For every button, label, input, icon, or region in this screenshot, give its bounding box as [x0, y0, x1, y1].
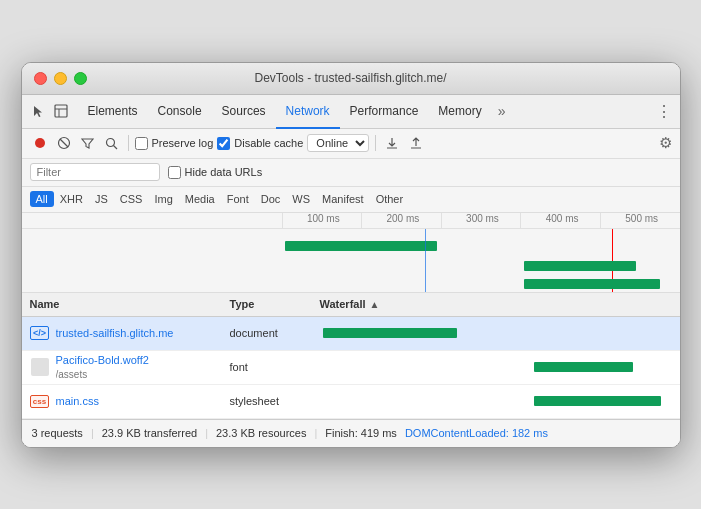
timeline-bars — [282, 229, 680, 293]
svg-line-7 — [114, 145, 118, 149]
type-btn-media[interactable]: Media — [179, 191, 221, 207]
window-title: DevTools - trusted-sailfish.glitch.me/ — [254, 71, 446, 85]
type-btn-doc[interactable]: Doc — [255, 191, 287, 207]
close-button[interactable] — [34, 72, 47, 85]
row-waterfall-1 — [320, 317, 672, 350]
toolbar-separator-1 — [128, 135, 129, 151]
throttle-select[interactable]: Online — [307, 134, 369, 152]
wf-bar-1 — [323, 328, 457, 338]
filter-toggle-button[interactable] — [78, 133, 98, 153]
table-row[interactable]: Pacifico-Bold.woff2 /assets font — [22, 351, 680, 385]
type-btn-font[interactable]: Font — [221, 191, 255, 207]
status-sep-1: | — [91, 427, 94, 439]
wf-bar-2 — [534, 362, 633, 372]
type-btn-js[interactable]: JS — [89, 191, 114, 207]
row-icon-font — [30, 357, 50, 377]
traffic-lights — [34, 72, 87, 85]
status-transferred: 23.9 KB transferred — [102, 427, 197, 439]
row-type-2: font — [230, 361, 320, 373]
timeline-header: 100 ms 200 ms 300 ms 400 ms 500 ms — [22, 213, 680, 293]
col-header-name[interactable]: Name — [30, 298, 230, 310]
table-row[interactable]: </> trusted-sailfish.glitch.me document — [22, 317, 680, 351]
minimize-button[interactable] — [54, 72, 67, 85]
preserve-log-checkbox[interactable] — [135, 137, 148, 150]
timeline-bar-css — [524, 279, 659, 289]
import-har-button[interactable] — [382, 133, 402, 153]
disable-cache-checkbox[interactable] — [217, 137, 230, 150]
type-btn-css[interactable]: CSS — [114, 191, 149, 207]
svg-rect-0 — [55, 105, 67, 117]
type-btn-manifest[interactable]: Manifest — [316, 191, 370, 207]
row-icon-html: </> — [30, 323, 50, 343]
status-sep-2: | — [205, 427, 208, 439]
ruler-mark-200: 200 ms — [361, 213, 441, 228]
timeline-bar-font — [524, 261, 635, 271]
svg-line-5 — [60, 139, 68, 147]
timeline-chart — [22, 229, 680, 293]
ruler-mark-500: 500 ms — [600, 213, 680, 228]
nav-tabs: Elements Console Sources Network Perform… — [22, 95, 680, 129]
cursor-icon[interactable] — [30, 102, 48, 120]
export-har-button[interactable] — [406, 133, 426, 153]
tab-performance[interactable]: Performance — [340, 95, 429, 129]
col-header-waterfall[interactable]: Waterfall ▲ — [320, 298, 672, 310]
tab-elements[interactable]: Elements — [78, 95, 148, 129]
status-requests: 3 requests — [32, 427, 83, 439]
row-waterfall-3 — [320, 385, 672, 418]
type-btn-all[interactable]: All — [30, 191, 54, 207]
filter-input[interactable] — [30, 163, 160, 181]
settings-button[interactable]: ⚙ — [659, 134, 672, 152]
row-name-3: main.css — [56, 395, 230, 407]
type-btn-other[interactable]: Other — [370, 191, 410, 207]
toolbar-separator-2 — [375, 135, 376, 151]
record-button[interactable] — [30, 133, 50, 153]
row-name-2: Pacifico-Bold.woff2 /assets — [56, 353, 230, 380]
sort-arrow-icon: ▲ — [370, 299, 380, 310]
type-btn-ws[interactable]: WS — [286, 191, 316, 207]
row-type-1: document — [230, 327, 320, 339]
ruler-mark-400: 400 ms — [520, 213, 600, 228]
column-headers: Name Type Waterfall ▲ — [22, 293, 680, 317]
timeline-bar-doc — [285, 241, 436, 251]
clear-button[interactable] — [54, 133, 74, 153]
inspector-icon[interactable] — [52, 102, 70, 120]
wf-bar-3 — [534, 396, 661, 406]
row-waterfall-2 — [320, 351, 672, 384]
network-table: </> trusted-sailfish.glitch.me document … — [22, 317, 680, 419]
status-finish: Finish: 419 ms — [325, 427, 397, 439]
status-domcontentloaded: DOMContentLoaded: 182 ms — [405, 427, 548, 439]
network-toolbar: Preserve log Disable cache Online — [22, 129, 680, 159]
kebab-menu-button[interactable]: ⋮ — [656, 102, 672, 121]
tab-console[interactable]: Console — [148, 95, 212, 129]
tab-sources[interactable]: Sources — [212, 95, 276, 129]
search-button[interactable] — [102, 133, 122, 153]
col-header-type[interactable]: Type — [230, 298, 320, 310]
devtools-body: Elements Console Sources Network Perform… — [22, 95, 680, 447]
devtools-window: DevTools - trusted-sailfish.glitch.me/ E… — [21, 62, 681, 448]
timeline-domcontentloaded-line — [425, 229, 426, 293]
hide-data-urls-checkbox[interactable] — [168, 166, 181, 179]
row-type-3: stylesheet — [230, 395, 320, 407]
timeline-ruler: 100 ms 200 ms 300 ms 400 ms 500 ms — [22, 213, 680, 229]
hide-data-urls-label[interactable]: Hide data URLs — [168, 166, 263, 179]
status-resources: 23.3 KB resources — [216, 427, 307, 439]
more-tabs-button[interactable]: » — [494, 103, 510, 119]
status-sep-3: | — [314, 427, 317, 439]
table-row[interactable]: css main.css stylesheet — [22, 385, 680, 419]
ruler-mark-100: 100 ms — [282, 213, 362, 228]
type-filter-bar: All XHR JS CSS Img Media Font Doc — [22, 187, 680, 213]
preserve-log-label[interactable]: Preserve log — [135, 137, 214, 150]
maximize-button[interactable] — [74, 72, 87, 85]
status-bar: 3 requests | 23.9 KB transferred | 23.3 … — [22, 419, 680, 447]
ruler-mark-300: 300 ms — [441, 213, 521, 228]
tab-network[interactable]: Network — [276, 95, 340, 129]
filter-bar: Hide data URLs — [22, 159, 680, 187]
svg-point-6 — [107, 138, 115, 146]
row-name-1: trusted-sailfish.glitch.me — [56, 327, 230, 339]
type-btn-img[interactable]: Img — [148, 191, 178, 207]
type-btn-xhr[interactable]: XHR — [54, 191, 89, 207]
svg-point-3 — [35, 138, 45, 148]
tab-memory[interactable]: Memory — [428, 95, 491, 129]
disable-cache-label[interactable]: Disable cache — [217, 137, 303, 150]
row-icon-css: css — [30, 391, 50, 411]
